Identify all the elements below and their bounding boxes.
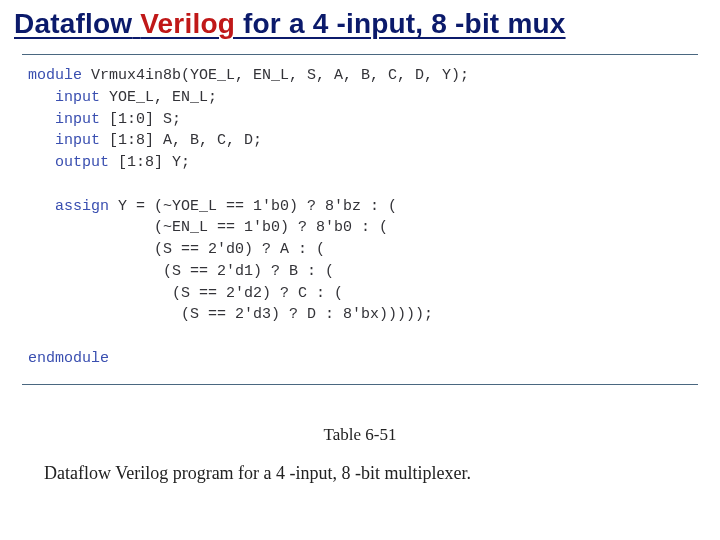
caption-wrap: Table 6-51 Dataflow Verilog program for … <box>14 425 706 484</box>
title-rest: for a 4 -input, 8 -bit mux <box>235 8 566 39</box>
code-assign-l2: (~EN_L == 1'b0) ? 8'b0 : ( <box>28 219 388 236</box>
code-block: module Vrmux4in8b(YOE_L, EN_L, S, A, B, … <box>22 54 698 385</box>
code-input3: [1:8] A, B, C, D; <box>100 132 262 149</box>
code-input2: [1:0] S; <box>100 111 181 128</box>
kw-input: input <box>55 89 100 106</box>
code-assign-l5: (S == 2'd2) ? C : ( <box>28 285 343 302</box>
slide: Dataflow Verilog for a 4 -input, 8 -bit … <box>0 0 720 540</box>
verilog-code: module Vrmux4in8b(YOE_L, EN_L, S, A, B, … <box>28 65 692 370</box>
code-assign-l3: (S == 2'd0) ? A : ( <box>28 241 325 258</box>
code-assign-l1: Y = (~YOE_L == 1'b0) ? 8'bz : ( <box>109 198 397 215</box>
code-assign-l4: (S == 2'd1) ? B : ( <box>28 263 334 280</box>
code-output1: [1:8] Y; <box>109 154 190 171</box>
code-input1: YOE_L, EN_L; <box>100 89 217 106</box>
kw-output: output <box>55 154 109 171</box>
code-module-decl: Vrmux4in8b(YOE_L, EN_L, S, A, B, C, D, Y… <box>82 67 469 84</box>
table-label: Table 6-51 <box>14 425 706 445</box>
title-word-dataflow: Dataflow <box>14 8 132 39</box>
kw-input: input <box>55 132 100 149</box>
title-word-verilog: Verilog <box>140 8 235 39</box>
kw-module: module <box>28 67 82 84</box>
kw-assign: assign <box>55 198 109 215</box>
kw-endmodule: endmodule <box>28 350 109 367</box>
slide-title: Dataflow Verilog for a 4 -input, 8 -bit … <box>14 8 706 40</box>
code-assign-l6: (S == 2'd3) ? D : 8'bx))))); <box>28 306 433 323</box>
figure-caption: Dataflow Verilog program for a 4 -input,… <box>14 463 706 484</box>
kw-input: input <box>55 111 100 128</box>
